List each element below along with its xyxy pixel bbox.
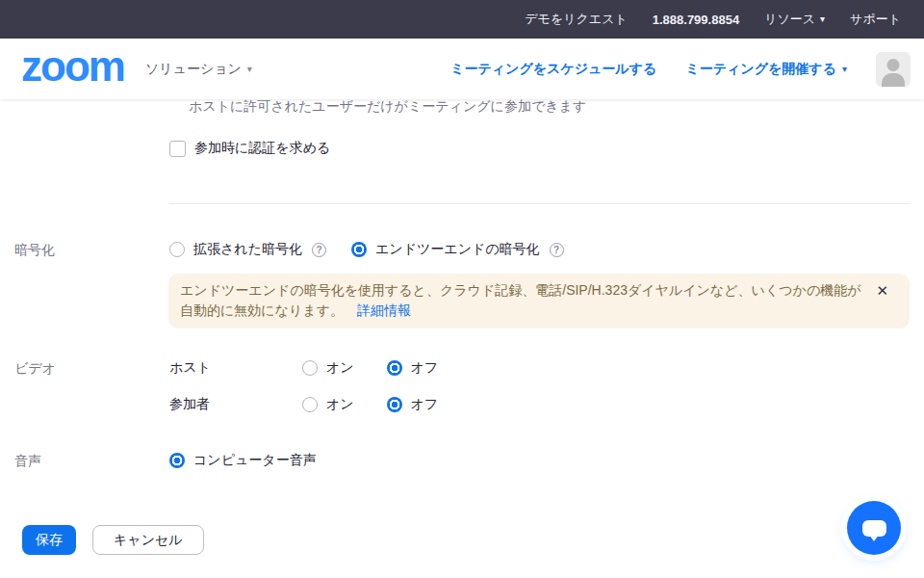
computer-audio-label: コンピューター音声 bbox=[193, 452, 317, 469]
learn-more-link[interactable]: 詳細情報 bbox=[357, 302, 411, 318]
host-meeting-menu[interactable]: ミーティングを開催する ▾ bbox=[685, 61, 847, 78]
section-divider bbox=[168, 203, 910, 204]
video-host-row: ホスト オン オフ bbox=[169, 359, 438, 377]
e2e-encryption-option[interactable]: エンドツーエンドの暗号化 ? bbox=[351, 241, 564, 258]
solutions-menu[interactable]: ソリューション ▾ bbox=[145, 61, 252, 78]
support-link[interactable]: サポート bbox=[850, 11, 901, 28]
e2e-warning-banner: エンドツーエンドの暗号化を使用すると、クラウド記録、電話/SIP/H.323ダイ… bbox=[168, 274, 910, 328]
help-icon[interactable]: ? bbox=[312, 243, 326, 257]
enhanced-encryption-option[interactable]: 拡張された暗号化 ? bbox=[169, 241, 326, 258]
header-right-nav: ミーティングをスケジュールする ミーティングを開催する ▾ bbox=[450, 52, 924, 87]
host-meeting-label: ミーティングを開催する bbox=[685, 61, 836, 78]
video-host-label: ホスト bbox=[169, 359, 302, 377]
enhanced-encryption-label: 拡張された暗号化 bbox=[193, 241, 302, 258]
resources-label: リソース bbox=[764, 11, 815, 28]
video-host-off-option[interactable]: オフ bbox=[387, 359, 439, 377]
cancel-button[interactable]: キャンセル bbox=[92, 525, 204, 555]
chevron-down-icon: ▾ bbox=[820, 14, 825, 24]
video-participant-off-option[interactable]: オフ bbox=[387, 396, 439, 413]
user-avatar[interactable] bbox=[876, 52, 911, 87]
audio-option-row: コンピューター音声 bbox=[169, 452, 317, 469]
main-header: zoom ソリューション ▾ ミーティングをスケジュールする ミーティングを開催… bbox=[0, 39, 924, 99]
require-auth-option[interactable]: 参加時に認証を求める bbox=[169, 140, 330, 157]
video-section-label: ビデオ bbox=[14, 360, 56, 378]
radio-unselected-icon[interactable] bbox=[302, 397, 318, 412]
video-host-on-label: オン bbox=[326, 359, 354, 377]
save-button[interactable]: 保存 bbox=[22, 525, 76, 555]
resources-menu[interactable]: リソース ▾ bbox=[764, 11, 825, 28]
chat-fab-button[interactable] bbox=[847, 501, 901, 555]
form-actions: 保存 キャンセル bbox=[22, 525, 204, 555]
phone-number-link[interactable]: 1.888.799.8854 bbox=[653, 13, 739, 27]
zoom-logo[interactable]: zoom bbox=[21, 45, 124, 93]
e2e-encryption-label: エンドツーエンドの暗号化 bbox=[375, 241, 540, 258]
video-participant-row: 参加者 オン オフ bbox=[169, 396, 438, 413]
radio-selected-icon[interactable] bbox=[169, 453, 185, 468]
help-icon[interactable]: ? bbox=[550, 243, 564, 257]
radio-unselected-icon[interactable] bbox=[302, 360, 318, 376]
solutions-label: ソリューション bbox=[145, 61, 242, 78]
video-host-off-label: オフ bbox=[411, 359, 439, 377]
avatar-person-icon bbox=[882, 73, 905, 87]
require-auth-label: 参加時に認証を求める bbox=[194, 140, 330, 157]
video-host-on-option[interactable]: オン bbox=[302, 359, 354, 377]
video-participant-off-label: オフ bbox=[411, 396, 439, 413]
close-icon[interactable]: ✕ bbox=[876, 283, 888, 298]
radio-selected-icon[interactable] bbox=[387, 360, 402, 376]
encryption-options: 拡張された暗号化 ? エンドツーエンドの暗号化 ? bbox=[169, 241, 564, 258]
top-utility-bar: デモをリクエスト 1.888.799.8854 リソース ▾ サポート bbox=[0, 0, 924, 39]
radio-selected-icon[interactable] bbox=[351, 242, 367, 257]
avatar-person-icon bbox=[887, 59, 900, 71]
chevron-down-icon: ▾ bbox=[247, 65, 252, 74]
chevron-down-icon: ▾ bbox=[842, 65, 847, 74]
schedule-meeting-link[interactable]: ミーティングをスケジュールする bbox=[450, 61, 656, 78]
video-participant-label: 参加者 bbox=[169, 396, 302, 413]
video-participant-on-option[interactable]: オン bbox=[302, 396, 354, 413]
encryption-section-label: 暗号化 bbox=[14, 242, 55, 259]
checkbox-unchecked-icon[interactable] bbox=[169, 141, 186, 157]
warning-message: エンドツーエンドの暗号化を使用すると、クラウド記録、電話/SIP/H.323ダイ… bbox=[180, 282, 861, 318]
radio-unselected-icon[interactable] bbox=[169, 242, 185, 257]
computer-audio-option[interactable]: コンピューター音声 bbox=[169, 452, 317, 469]
chat-bubble-icon bbox=[862, 520, 886, 537]
audio-section-label: 音声 bbox=[14, 453, 41, 470]
video-participant-on-label: オン bbox=[326, 396, 354, 413]
radio-selected-icon[interactable] bbox=[387, 397, 402, 412]
waiting-room-note: ホストに許可されたユーザーだけがミーティングに参加できます bbox=[189, 98, 586, 116]
request-demo-link[interactable]: デモをリクエスト bbox=[525, 11, 627, 28]
